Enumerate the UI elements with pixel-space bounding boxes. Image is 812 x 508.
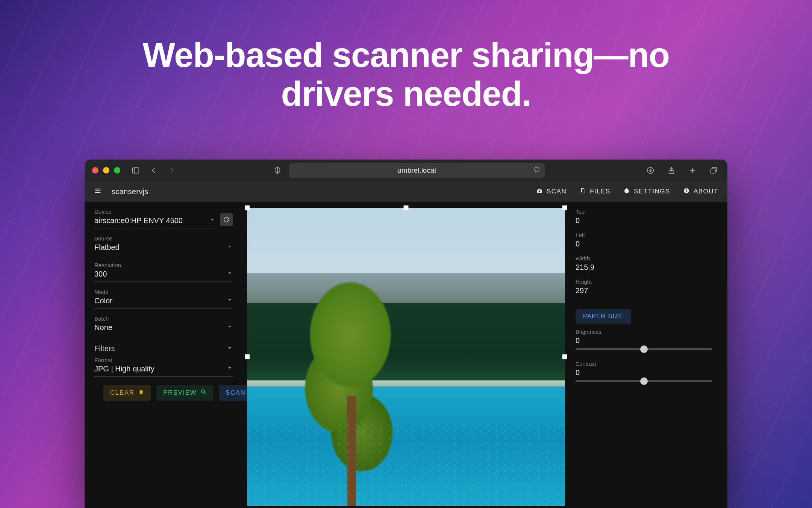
gear-icon (623, 187, 630, 196)
crop-handle-top-left[interactable] (245, 205, 250, 210)
top-field[interactable]: Top 0 (576, 208, 712, 225)
chevron-down-icon (227, 365, 233, 373)
batch-field[interactable]: Batch None (94, 315, 233, 335)
svg-rect-0 (133, 167, 139, 173)
preview-tree (279, 262, 422, 506)
right-panel: Top 0 Left 0 Width 215,9 Height 297 PAPE… (570, 202, 727, 508)
share-icon[interactable] (665, 164, 678, 177)
mode-label: Mode (94, 289, 233, 295)
paper-size-label: PAPER SIZE (583, 313, 624, 319)
filters-field[interactable]: Filters (94, 344, 233, 353)
mode-value: Color (94, 297, 112, 305)
height-field[interactable]: Height 297 (576, 278, 712, 295)
paper-size-button[interactable]: PAPER SIZE (576, 309, 631, 324)
contrast-value: 0 (576, 368, 712, 377)
batch-label: Batch (94, 315, 233, 322)
contrast-field: Contrast 0 (576, 361, 712, 382)
crop-handle-top-mid[interactable] (404, 205, 409, 210)
address-bar[interactable]: umbrel.local (289, 163, 545, 178)
preview-label: PREVIEW (163, 389, 197, 397)
preview-area[interactable] (242, 202, 570, 508)
nav-about-label: ABOUT (694, 188, 718, 195)
clear-label: CLEAR (110, 389, 134, 397)
menu-icon[interactable] (94, 187, 102, 197)
format-value: JPG | High quality (94, 365, 155, 373)
reload-icon[interactable] (533, 166, 540, 175)
left-field[interactable]: Left 0 (576, 232, 712, 248)
sidebar-toggle-icon[interactable] (129, 164, 142, 177)
browser-titlebar: umbrel.local (85, 160, 727, 181)
svg-point-19 (201, 390, 205, 393)
left-label: Left (576, 232, 712, 238)
nav-settings-label: SETTINGS (634, 188, 670, 195)
chevron-down-icon (227, 270, 233, 278)
resolution-label: Resolution (94, 262, 233, 268)
trash-icon (138, 389, 144, 397)
width-value: 215,9 (576, 263, 712, 272)
nav-scan[interactable]: SCAN (536, 187, 567, 196)
device-field[interactable]: Device airscan:e0:HP ENVY 4500 (94, 208, 215, 228)
nav-files-label: FILES (590, 188, 611, 195)
left-value: 0 (576, 240, 712, 248)
crop-handle-mid-right[interactable] (562, 354, 567, 359)
resolution-field[interactable]: Resolution 300 (94, 262, 233, 282)
source-field[interactable]: Source Flatbed (94, 235, 233, 255)
top-value: 0 (576, 216, 712, 225)
files-icon (579, 187, 586, 196)
downloads-icon[interactable] (644, 164, 657, 177)
chevron-down-icon (227, 297, 233, 305)
chevron-down-icon (227, 243, 233, 251)
brightness-slider[interactable] (576, 348, 712, 350)
hero-line-2: drivers needed. (281, 75, 531, 113)
svg-rect-14 (582, 189, 585, 193)
clear-button[interactable]: CLEAR (103, 385, 151, 401)
brightness-value: 0 (576, 336, 712, 345)
width-field[interactable]: Width 215,9 (576, 255, 712, 272)
window-zoom-icon[interactable] (114, 167, 120, 173)
privacy-shield-icon[interactable] (271, 164, 284, 177)
slider-thumb[interactable] (640, 345, 648, 353)
contrast-slider[interactable] (576, 380, 712, 382)
hero-headline: Web-based scanner sharing—no drivers nee… (0, 0, 812, 113)
svg-point-12 (539, 190, 541, 192)
batch-value: None (94, 323, 112, 332)
mode-field[interactable]: Mode Color (94, 289, 233, 309)
slider-thumb[interactable] (640, 377, 648, 385)
tab-overview-icon[interactable] (707, 164, 720, 177)
address-url: umbrel.local (397, 166, 436, 175)
resolution-value: 300 (94, 270, 107, 278)
chevron-down-icon (227, 344, 233, 353)
nav-settings[interactable]: SETTINGS (623, 187, 670, 196)
contrast-label: Contrast (576, 361, 712, 367)
refresh-devices-button[interactable] (220, 213, 233, 226)
source-value: Flatbed (94, 243, 120, 252)
window-close-icon[interactable] (92, 167, 98, 173)
window-minimize-icon[interactable] (103, 167, 109, 173)
crop-handle-top-right[interactable] (562, 205, 567, 210)
browser-window: umbrel.local scanservjs (85, 160, 727, 508)
nav-scan-label: SCAN (547, 188, 567, 195)
width-label: Width (576, 255, 712, 262)
device-label: Device (94, 208, 215, 215)
nav-back-icon[interactable] (147, 164, 160, 177)
svg-rect-18 (686, 189, 687, 190)
new-tab-icon[interactable] (686, 164, 699, 177)
nav-forward-icon[interactable] (165, 164, 178, 177)
brightness-label: Brightness (576, 329, 712, 335)
nav-files[interactable]: FILES (579, 187, 611, 196)
nav-about[interactable]: ABOUT (683, 187, 718, 196)
crop-handle-mid-left[interactable] (245, 354, 250, 359)
device-value: airscan:e0:HP ENVY 4500 (94, 216, 183, 225)
camera-icon (536, 187, 543, 196)
svg-line-20 (205, 393, 206, 394)
left-panel: Device airscan:e0:HP ENVY 4500 Source Fl… (85, 202, 242, 508)
magnifier-icon (200, 389, 207, 397)
app-header: scanservjs SCAN FILES SETTINGS ABOUT (85, 181, 727, 202)
format-field[interactable]: Format JPG | High quality (94, 357, 233, 377)
height-value: 297 (576, 286, 712, 295)
preview-image (247, 208, 565, 506)
preview-button[interactable]: PREVIEW (156, 385, 214, 401)
app-title: scanservjs (112, 187, 148, 196)
svg-rect-17 (686, 190, 687, 192)
info-icon (683, 187, 690, 196)
